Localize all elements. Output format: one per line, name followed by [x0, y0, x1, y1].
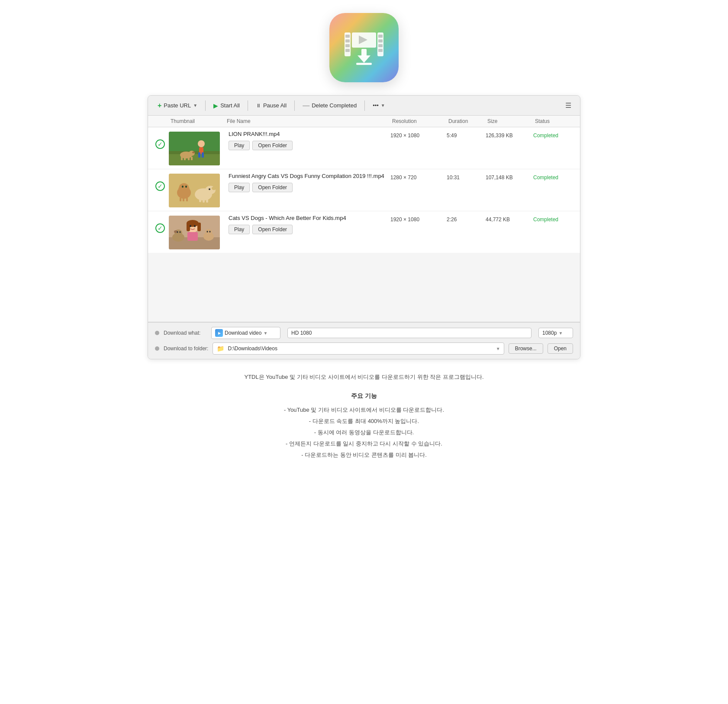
size-3: 44,772 KB: [486, 215, 533, 223]
download-video-arrow: ▼: [263, 331, 267, 336]
play-button-1[interactable]: Play: [229, 141, 250, 150]
app-icon: [329, 13, 399, 82]
thumb-col-3: [169, 215, 225, 249]
svg-point-65: [180, 231, 181, 233]
more-options-label: •••: [373, 102, 379, 109]
features-title: 주요 기능: [244, 392, 483, 400]
col-thumbnail-header: Thumbnail: [169, 118, 225, 124]
video-type-icon: [215, 329, 223, 337]
resolution-select[interactable]: 1080p ▼: [538, 328, 573, 338]
svg-rect-8: [378, 35, 383, 38]
svg-rect-43: [180, 198, 181, 201]
size-2: 107,148 KB: [486, 173, 533, 181]
open-button[interactable]: Open: [548, 343, 573, 354]
svg-point-52: [190, 225, 191, 227]
table-row: ✓: [148, 169, 580, 211]
completed-check-icon-1: ✓: [155, 139, 165, 149]
resolution-label: 1080p: [542, 330, 557, 336]
plus-icon: +: [158, 102, 161, 110]
resolution-3: 1920 × 1080: [390, 215, 447, 223]
quality-label: HD 1080: [291, 330, 312, 336]
svg-rect-25: [184, 157, 186, 160]
open-folder-button-1[interactable]: Open Folder: [252, 141, 293, 150]
pause-all-button[interactable]: ⏸ Pause All: [251, 100, 291, 111]
download-video-select[interactable]: Download video ▼: [211, 327, 280, 339]
duration-1: 5:49: [447, 131, 486, 139]
svg-point-28: [192, 152, 195, 153]
svg-point-42: [185, 186, 187, 188]
size-1: 126,339 KB: [486, 131, 533, 139]
svg-point-64: [177, 231, 178, 233]
col-status-header: Status: [533, 118, 577, 124]
feature-item: - 동시에 여러 동영상을 다운로드합니다.: [244, 427, 483, 438]
download-list: ✓: [148, 127, 580, 253]
btn-group-2: Play Open Folder: [229, 183, 387, 192]
col-duration-header: Duration: [447, 118, 486, 124]
folder-icon: 📁: [216, 345, 224, 352]
resolution-arrow: ▼: [558, 331, 563, 336]
svg-rect-3: [345, 44, 350, 47]
open-folder-button-3[interactable]: Open Folder: [252, 225, 293, 234]
svg-point-33: [209, 188, 210, 190]
play-button-3[interactable]: Play: [229, 225, 250, 234]
feature-item: - YouTube 및 기타 비디오 사이트에서 비디오를 다운로드합니다.: [244, 404, 483, 416]
svg-rect-27: [191, 157, 193, 160]
empty-area: [148, 253, 580, 322]
folder-path-select[interactable]: 📁 D:\Downloads\Videos ▼: [213, 342, 504, 355]
svg-rect-35: [203, 199, 205, 203]
resolution-2: 1280 × 720: [390, 173, 447, 181]
more-options-button[interactable]: ••• ▼: [368, 100, 390, 111]
table-row: ✓: [148, 127, 580, 169]
paste-url-button[interactable]: + Paste URL ▼: [153, 100, 202, 112]
folder-path-text: D:\Downloads\Videos: [228, 346, 277, 352]
description-area: YTDL은 YouTube 및 기타 비디오 사이트에서 비디오를 다운로드하기…: [244, 372, 483, 461]
thumbnail-1: [169, 132, 220, 165]
col-filename-header: File Name: [225, 118, 390, 124]
table-row: ✓: [148, 211, 580, 253]
hamburger-menu-button[interactable]: ☰: [562, 99, 575, 112]
svg-rect-2: [345, 39, 350, 42]
start-all-label: Start All: [220, 102, 240, 109]
svg-point-60: [209, 231, 211, 233]
duration-3: 2:26: [447, 215, 486, 223]
start-all-button[interactable]: ▶ Start All: [209, 100, 244, 111]
resolution-1: 1920 × 1080: [390, 131, 447, 139]
completed-check-icon-3: ✓: [155, 223, 165, 233]
separator-4: [364, 100, 365, 111]
delete-completed-button[interactable]: — Delete Completed: [298, 100, 361, 112]
check-col-2: ✓: [151, 173, 169, 191]
feature-item: - 다운로드하는 동안 비디오 콘텐츠를 미리 봅니다.: [244, 449, 483, 461]
download-folder-label: Download to folder:: [164, 346, 208, 352]
play-button-2[interactable]: Play: [229, 183, 250, 192]
svg-point-53: [194, 225, 196, 227]
app-window: + Paste URL ▼ ▶ Start All ⏸ Pause All — …: [148, 95, 580, 359]
file-name-2: Funniest Angry Cats VS Dogs Funny Compil…: [229, 173, 387, 179]
svg-point-32: [212, 187, 216, 190]
paste-url-label: Paste URL: [164, 102, 191, 109]
svg-rect-51: [197, 223, 201, 231]
svg-rect-11: [378, 49, 383, 52]
svg-rect-10: [378, 44, 383, 47]
svg-rect-1: [345, 35, 350, 38]
open-folder-button-2[interactable]: Open Folder: [252, 183, 293, 192]
bottom-controls: Download what: Download video ▼ HD 1080 …: [148, 322, 580, 359]
svg-rect-14: [356, 63, 372, 65]
thumb-col-1: [169, 131, 225, 165]
table-header: Thumbnail File Name Resolution Duration …: [148, 116, 580, 127]
svg-rect-21: [202, 152, 204, 158]
btn-group-3: Play Open Folder: [229, 225, 387, 234]
duration-2: 10:31: [447, 173, 486, 181]
description-main: YTDL은 YouTube 및 기타 비디오 사이트에서 비디오를 다운로드하기…: [244, 372, 483, 382]
info-col-3: Cats VS Dogs - Which Are Better For Kids…: [225, 215, 390, 234]
browse-button[interactable]: Browse...: [509, 343, 543, 354]
file-name-3: Cats VS Dogs - Which Are Better For Kids…: [229, 215, 387, 221]
quality-select[interactable]: HD 1080: [287, 328, 532, 338]
status-1: Completed: [533, 131, 577, 139]
file-name-1: LION PRANK!!!.mp4: [229, 131, 387, 137]
folder-path-arrow: ▼: [496, 346, 500, 351]
check-col-3: ✓: [151, 215, 169, 233]
svg-rect-4: [345, 49, 350, 52]
btn-group-1: Play Open Folder: [229, 141, 387, 150]
download-what-row: Download what: Download video ▼ HD 1080 …: [155, 327, 573, 339]
delete-completed-label: Delete Completed: [312, 102, 357, 109]
